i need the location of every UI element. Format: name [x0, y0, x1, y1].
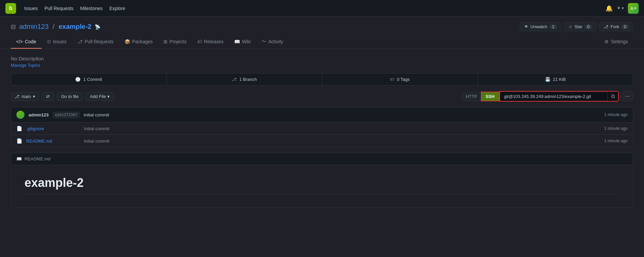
nav-issues[interactable]: Issues [24, 6, 38, 11]
chevron-down-icon: ▾ [622, 6, 624, 10]
go-to-file-button[interactable]: Go to file [57, 92, 83, 101]
file-commit-msg: Initial commit [84, 126, 600, 131]
tab-issues-label: Issues [53, 39, 66, 44]
file-name-gitignore[interactable]: .gitignore [26, 126, 80, 131]
switch-branches-button[interactable]: ⇄ [42, 92, 54, 101]
create-button[interactable]: + ▾ [617, 5, 624, 12]
nav-pull-requests[interactable]: Pull Requests [44, 6, 73, 11]
topnav-right: 🔔 + ▾ A ▾ [605, 3, 639, 14]
file-name-readme[interactable]: README.md [26, 139, 80, 144]
repo-header: ⊟ admin123 / example-2 📡 👁 Unwatch 1 ☆ S… [0, 17, 644, 49]
unwatch-label: Unwatch [531, 24, 548, 29]
file-commit-msg: Initial commit [84, 139, 600, 144]
tab-activity[interactable]: 〜 Activity [256, 35, 288, 49]
branch-name: main [21, 94, 31, 99]
chevron-down-icon: ▾ [33, 94, 35, 99]
stats-bar: 🕐 1 Commit ⎇ 1 Branch 🏷 0 Tags 💾 21 KiB [11, 73, 633, 86]
branches-icon: ⎇ [232, 77, 237, 82]
repo-size: 21 KiB [553, 77, 566, 82]
fork-icon: ⎇ [603, 24, 608, 29]
clone-section: HTTP SSH ⧉ [462, 91, 619, 102]
readme-section: 📖 README.md example-2 [11, 153, 633, 208]
ssh-toggle[interactable]: SSH [481, 92, 499, 101]
manage-topics-link[interactable]: Manage Topics [11, 63, 633, 68]
issues-icon: ⊙ [47, 39, 51, 44]
repo-separator: / [53, 23, 55, 31]
toolbar: ⎇ main ▾ ⇄ Go to file Add File ▾ HTTP SS… [11, 91, 633, 102]
tab-issues[interactable]: ⊙ Issues [42, 35, 72, 49]
tab-packages[interactable]: 📦 Packages [119, 35, 158, 49]
repo-tabs: </> Code ⊙ Issues ⎇ Pull Requests 📦 Pack… [11, 35, 633, 49]
packages-icon: 📦 [125, 39, 130, 44]
nav-milestones[interactable]: Milestones [80, 6, 103, 11]
star-label: Star [575, 24, 583, 29]
size-stat: 💾 21 KiB [478, 73, 633, 85]
copy-url-button[interactable]: ⧉ [607, 92, 618, 101]
branches-stat[interactable]: ⎇ 1 Branch [167, 73, 323, 85]
tab-packages-label: Packages [132, 39, 153, 44]
branch-icon: ⎇ [14, 94, 19, 99]
add-file-button[interactable]: Add File ▾ [86, 92, 114, 101]
releases-icon: 🏷 [197, 39, 202, 44]
book-icon: 📖 [16, 156, 22, 161]
commit-time: 1 minute ago [604, 112, 628, 117]
repo-actions: 👁 Unwatch 1 ☆ Star 0 ⎇ Fork 0 [520, 22, 633, 31]
http-toggle[interactable]: HTTP [462, 92, 481, 101]
rss-icon: 📡 [95, 24, 100, 30]
file-icon: 📄 [16, 126, 22, 131]
clone-url-input[interactable] [500, 92, 607, 101]
commit-author-avatar [16, 111, 24, 119]
readme-filename: README.md [24, 156, 50, 161]
fork-label: Fork [610, 24, 619, 29]
nav-explore[interactable]: Explore [109, 6, 125, 11]
tags-count: 0 Tags [397, 77, 410, 82]
tab-wiki[interactable]: 📖 Wiki [229, 35, 256, 49]
tab-pull-requests[interactable]: ⎇ Pull Requests [72, 35, 119, 49]
tab-settings[interactable]: ⚙ Settings [599, 35, 633, 49]
projects-icon: ⊞ [163, 39, 167, 44]
tab-code[interactable]: </> Code [11, 35, 42, 49]
clone-url-wrapper: ⧉ [499, 91, 619, 102]
repo-icon: ⊟ [11, 23, 16, 31]
file-table: admin123 e2b127236f Initial commit 1 min… [11, 107, 633, 147]
repo-title: ⊟ admin123 / example-2 📡 [11, 23, 100, 31]
activity-icon: 〜 [261, 39, 266, 45]
user-avatar[interactable]: A ▾ [628, 3, 639, 14]
commit-hash[interactable]: e2b127236f [53, 112, 80, 118]
site-logo[interactable]: b [5, 3, 16, 14]
settings-icon: ⚙ [604, 39, 609, 44]
repo-owner-link[interactable]: admin123 [19, 23, 49, 31]
fork-count: 0 [621, 24, 629, 29]
fork-button[interactable]: ⎇ Fork 0 [599, 22, 633, 31]
add-file-label: Add File [90, 94, 106, 99]
chevron-down-icon: ▾ [634, 6, 636, 10]
eye-icon: 👁 [524, 24, 529, 29]
latest-commit-row: admin123 e2b127236f Initial commit 1 min… [11, 107, 633, 122]
file-row: 📄 .gitignore Initial commit 1 minute ago [11, 122, 633, 135]
star-button[interactable]: ☆ Star 0 [564, 22, 597, 31]
tab-releases[interactable]: 🏷 Releases [192, 35, 229, 49]
tab-settings-label: Settings [611, 39, 628, 44]
commit-author-name[interactable]: admin123 [29, 112, 49, 117]
repo-title-row: ⊟ admin123 / example-2 📡 👁 Unwatch 1 ☆ S… [11, 22, 633, 31]
wiki-icon: 📖 [234, 39, 240, 44]
unwatch-button[interactable]: 👁 Unwatch 1 [520, 22, 561, 31]
branch-selector[interactable]: ⎇ main ▾ [11, 92, 39, 101]
more-options-button[interactable]: ··· [622, 91, 633, 101]
star-count: 0 [585, 24, 592, 29]
notifications-button[interactable]: 🔔 [605, 5, 613, 12]
file-time: 1 minute ago [604, 139, 628, 143]
tab-activity-label: Activity [268, 39, 283, 44]
tab-projects-label: Projects [169, 39, 187, 44]
repo-name-link[interactable]: example-2 [58, 23, 91, 31]
commits-stat[interactable]: 🕐 1 Commit [11, 73, 167, 85]
tags-stat[interactable]: 🏷 0 Tags [322, 73, 478, 85]
tab-pull-requests-label: Pull Requests [85, 39, 113, 44]
unwatch-count: 1 [549, 24, 557, 29]
commits-count: 1 Commit [83, 77, 102, 82]
chevron-down-icon: ▾ [107, 94, 110, 99]
file-row: 📄 README.md Initial commit 1 minute ago [11, 135, 633, 147]
tab-projects[interactable]: ⊞ Projects [158, 35, 192, 49]
readme-title: example-2 [24, 176, 620, 194]
pull-requests-icon: ⎇ [77, 39, 83, 44]
